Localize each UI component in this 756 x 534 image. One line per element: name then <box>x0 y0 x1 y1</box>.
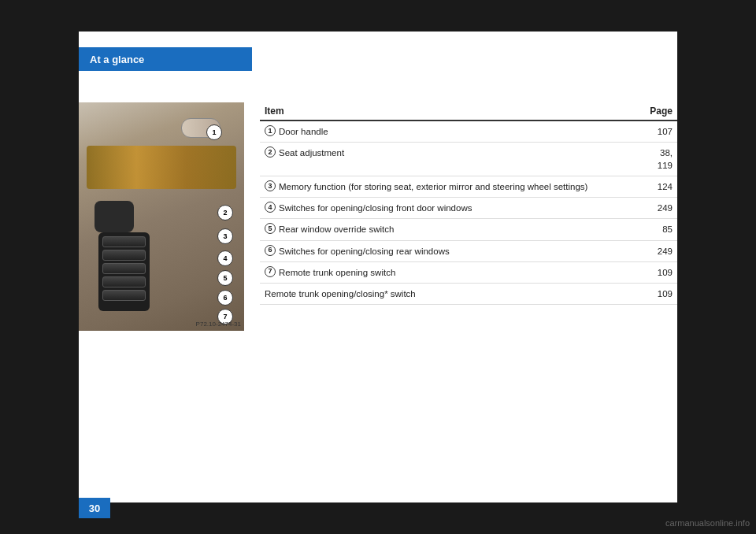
callout-5: 5 <box>217 270 233 286</box>
switch-btn-3 <box>102 263 146 274</box>
mirror-controls <box>94 201 134 232</box>
table-cell-item: 6Switches for opening/closing rear windo… <box>260 240 640 261</box>
items-table-area: Item Page 1Door handle1072Seat adjustmen… <box>244 102 677 331</box>
table-row: 1Door handle107 <box>260 121 677 143</box>
item-number-6: 6 <box>265 245 276 256</box>
table-cell-item: 7Remote trunk opening switch <box>260 261 640 283</box>
item-number-1: 1 <box>265 125 276 136</box>
table-cell-item: Remote trunk opening/closing* switch <box>260 283 640 304</box>
switch-btn-1 <box>102 236 146 247</box>
table-cell-page: 249 <box>640 240 677 261</box>
page-number: 30 <box>79 498 110 518</box>
table-row: 7Remote trunk opening switch109 <box>260 261 677 283</box>
watermark: carmanualsonline.info <box>665 518 750 528</box>
table-cell-item: 1Door handle <box>260 121 640 143</box>
item-number-7: 7 <box>265 266 276 277</box>
switch-panel <box>98 232 150 311</box>
item-description: Rear window override switch <box>279 223 394 235</box>
wood-trim <box>87 146 236 189</box>
table-row: 2Seat adjustment38, 119 <box>260 143 677 176</box>
item-description-no-num: Remote trunk opening/closing* switch <box>265 289 416 299</box>
items-table: Item Page 1Door handle1072Seat adjustmen… <box>260 102 677 305</box>
callout-2: 2 <box>217 205 233 221</box>
switch-btn-5 <box>102 290 146 301</box>
item-description: Switches for opening/closing rear window… <box>279 245 450 258</box>
item-number-3: 3 <box>265 180 276 191</box>
callout-6: 6 <box>217 290 233 306</box>
image-caption: P72.10-2474-31 <box>196 321 241 328</box>
content-area: 1 2 3 4 5 6 7 P72.10-2474-31 Item Page 1… <box>79 102 677 331</box>
col-header-item: Item <box>260 102 640 121</box>
item-number-4: 4 <box>265 202 276 213</box>
table-cell-page: 109 <box>640 261 677 283</box>
item-number-2: 2 <box>265 146 276 158</box>
section-title: At a glance <box>90 54 144 65</box>
callout-3: 3 <box>217 228 233 244</box>
table-row: 5Rear window override switch85 <box>260 219 677 240</box>
table-cell-page: 109 <box>640 283 677 304</box>
switch-btn-2 <box>102 250 146 261</box>
table-cell-page: 124 <box>640 176 677 198</box>
col-header-page: Page <box>640 102 677 121</box>
table-cell-item: 4Switches for opening/closing front door… <box>260 198 640 219</box>
table-row: 4Switches for opening/closing front door… <box>260 198 677 219</box>
table-row: 6Switches for opening/closing rear windo… <box>260 240 677 261</box>
callout-4: 4 <box>217 250 233 266</box>
table-cell-item: 5Rear window override switch <box>260 219 640 240</box>
table-cell-item: 3Memory function (for storing seat, exte… <box>260 176 640 198</box>
section-header: At a glance <box>79 47 252 71</box>
table-cell-page: 249 <box>640 198 677 219</box>
table-cell-page: 38, 119 <box>640 143 677 176</box>
item-number-5: 5 <box>265 223 276 234</box>
table-row: Remote trunk opening/closing* switch109 <box>260 283 677 304</box>
item-description: Seat adjustment <box>279 146 344 159</box>
item-description: Switches for opening/closing front door … <box>279 202 472 214</box>
item-description: Memory function (for storing seat, exter… <box>279 180 587 193</box>
table-row: 3Memory function (for storing seat, exte… <box>260 176 677 198</box>
door-panel-image: 1 2 3 4 5 6 7 P72.10-2474-31 <box>79 102 244 331</box>
table-cell-page: 107 <box>640 121 677 143</box>
switch-btn-4 <box>102 276 146 287</box>
item-description: Remote trunk opening switch <box>279 266 395 279</box>
table-cell-item: 2Seat adjustment <box>260 143 640 176</box>
callout-1: 1 <box>206 124 222 140</box>
table-cell-page: 85 <box>640 219 677 240</box>
item-description: Door handle <box>279 125 328 138</box>
